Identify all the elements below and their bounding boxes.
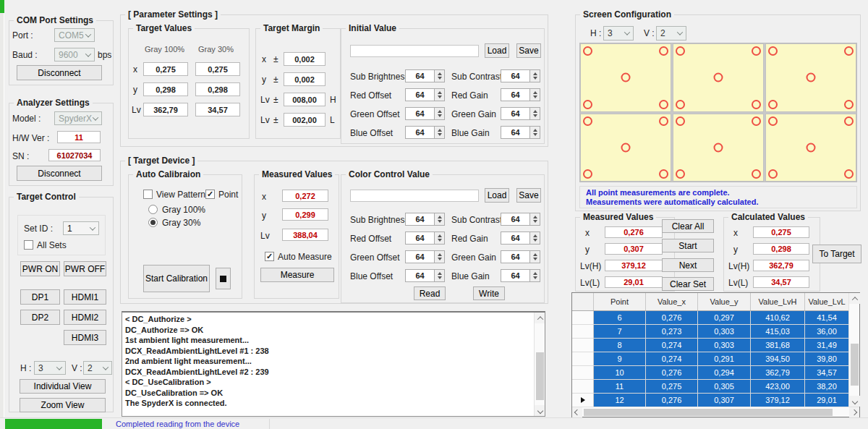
dp2-button[interactable]: DP2 (20, 310, 60, 325)
cc-green-gain-stepper[interactable]: 64 (501, 250, 540, 263)
table-cell[interactable]: 31,49 (805, 339, 849, 352)
table-row[interactable]: 8 0,274 0,303 381,68 31,49 (572, 339, 849, 352)
table-cell[interactable]: 34,57 (805, 366, 849, 380)
stepper-arrows-icon[interactable] (435, 269, 445, 282)
analyzer-disconnect-button[interactable]: Disconnect (17, 166, 102, 181)
table-row[interactable]: 7 0,273 0,303 415,03 36,00 (572, 325, 849, 339)
table-horizontal-scrollbar[interactable] (572, 407, 859, 417)
stepper-arrows-icon[interactable] (530, 69, 540, 82)
stepper-arrows-icon[interactable] (530, 232, 540, 245)
iv-green-offset-stepper[interactable]: 64 (405, 107, 445, 120)
start-calibration-button[interactable]: Start Calibration (143, 265, 210, 292)
table-cell[interactable]: 11 (594, 380, 646, 394)
table-row[interactable]: 11 0,275 0,305 423,00 38,20 (572, 380, 849, 394)
initial-save-button[interactable]: Save (516, 43, 541, 58)
scroll-up-button[interactable] (535, 313, 545, 323)
table-cell[interactable]: 379,12 (751, 394, 805, 407)
screen-panel[interactable] (765, 43, 856, 112)
table-cell[interactable]: 12 (594, 394, 646, 407)
column-header[interactable]: Value_x (646, 293, 698, 310)
v-count-select[interactable]: 2 (83, 361, 112, 375)
table-cell[interactable]: 0,294 (698, 366, 751, 380)
color-save-button[interactable]: Save (516, 188, 541, 203)
scrollbar-thumb[interactable] (851, 344, 859, 386)
screen-panel[interactable] (765, 114, 856, 182)
cc-blue-offset-stepper[interactable]: 64 (405, 269, 445, 282)
scrollbar-thumb[interactable] (584, 409, 833, 416)
screen-panel[interactable] (580, 114, 671, 182)
stepper-arrows-icon[interactable] (530, 213, 540, 226)
video-wall-grid[interactable] (579, 43, 857, 182)
stepper-arrows-icon[interactable] (530, 269, 540, 282)
column-header[interactable]: Value_y (698, 293, 751, 310)
hdmi3-button[interactable]: HDMI3 (64, 330, 106, 345)
row-selector[interactable] (572, 325, 594, 339)
cc-red-gain-stepper[interactable]: 64 (501, 232, 540, 245)
table-cell[interactable]: 410,62 (751, 311, 805, 325)
cc-sub-contrast-stepper[interactable]: 64 (501, 213, 540, 226)
initial-load-button[interactable]: Load (485, 43, 509, 58)
clear-all-button[interactable]: Clear All (662, 219, 714, 233)
log-vertical-scrollbar[interactable] (534, 313, 545, 416)
table-cell[interactable]: 423,00 (751, 380, 805, 394)
measurement-table[interactable]: Point Value_x Value_y Value_LvH Value_Lv… (571, 292, 860, 417)
screen-panel[interactable] (580, 43, 671, 112)
table-cell[interactable]: 381,68 (751, 339, 805, 352)
scroll-up-button[interactable] (849, 293, 860, 304)
cc-blue-gain-stepper[interactable]: 64 (501, 269, 540, 282)
stop-calibration-button[interactable] (216, 268, 231, 289)
pwr-on-button[interactable]: PWR ON (20, 261, 60, 276)
all-sets-checkbox[interactable] (24, 240, 33, 250)
scroll-left-button[interactable] (572, 407, 582, 417)
table-cell[interactable]: 7 (594, 325, 646, 339)
cc-red-offset-stepper[interactable]: 64 (405, 232, 445, 245)
table-cell[interactable]: 0,291 (698, 352, 751, 366)
scroll-down-button[interactable] (535, 405, 545, 416)
table-row[interactable]: 12 0,276 0,307 379,12 29,01 (572, 394, 849, 407)
table-cell[interactable]: 394,50 (751, 352, 805, 366)
screen-panel[interactable] (673, 43, 764, 112)
table-cell[interactable]: 9 (594, 352, 646, 366)
next-button[interactable]: Next (662, 258, 714, 272)
measure-button[interactable]: Measure (260, 268, 334, 282)
table-row[interactable]: 6 0,276 0,297 410,62 41,54 (572, 311, 849, 325)
iv-blue-offset-stepper[interactable]: 64 (405, 126, 445, 139)
row-selector[interactable] (572, 311, 594, 325)
table-cell[interactable]: 0,303 (698, 339, 751, 352)
table-cell[interactable]: 10 (594, 366, 646, 380)
column-header[interactable]: Point (594, 293, 646, 310)
table-cell[interactable]: 41,54 (805, 311, 849, 325)
table-cell[interactable]: 39,80 (805, 352, 849, 366)
row-selector[interactable] (572, 339, 594, 352)
table-cell[interactable]: 8 (594, 339, 646, 352)
tm-lvl-value[interactable]: 002,00 (284, 113, 326, 127)
table-cell[interactable]: 0,305 (698, 380, 751, 394)
individual-view-button[interactable]: Individual View (20, 379, 106, 394)
table-cell[interactable]: 415,03 (751, 325, 805, 339)
start-button[interactable]: Start (662, 239, 714, 252)
stepper-arrows-icon[interactable] (435, 213, 445, 226)
table-vertical-scrollbar[interactable] (848, 293, 859, 407)
tm-y-value[interactable]: 0,002 (284, 72, 326, 86)
hdmi1-button[interactable]: HDMI1 (64, 289, 106, 305)
column-header[interactable]: Value_LvL (805, 293, 849, 310)
cc-green-offset-stepper[interactable]: 64 (405, 250, 445, 263)
screen-panel[interactable] (673, 114, 764, 182)
table-cell[interactable]: 0,276 (646, 394, 698, 407)
table-cell[interactable]: 362,79 (751, 366, 805, 380)
sc-h-select[interactable]: 3 (603, 26, 634, 41)
port-select[interactable]: COM5 (54, 28, 95, 42)
table-row[interactable]: 10 0,276 0,294 362,79 34,57 (572, 366, 849, 380)
dp1-button[interactable]: DP1 (20, 289, 60, 305)
table-cell[interactable]: 6 (594, 311, 646, 325)
iv-red-gain-stepper[interactable]: 64 (501, 88, 540, 101)
to-target-button[interactable]: To Target (812, 245, 861, 263)
set-id-select[interactable]: 1 (63, 221, 99, 235)
gray100-radio[interactable] (148, 205, 158, 214)
table-cell[interactable]: 0,273 (646, 325, 698, 339)
iv-sub-contrast-stepper[interactable]: 64 (501, 69, 540, 82)
clear-set-button[interactable]: Clear Set (662, 277, 714, 291)
baud-select[interactable]: 9600 (54, 48, 95, 61)
sc-v-select[interactable]: 2 (656, 26, 686, 41)
table-cell[interactable]: 0,276 (646, 311, 698, 325)
